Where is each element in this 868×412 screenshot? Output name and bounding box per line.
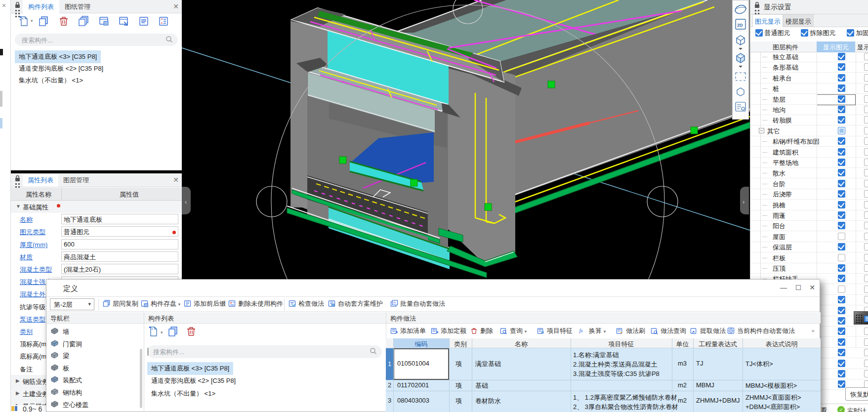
- svg-text:H: H: [730, 329, 732, 332]
- svg-text:✕: ✕: [161, 18, 163, 21]
- svg-text:‹: ‹: [185, 198, 187, 206]
- svg-text:›: ›: [743, 198, 744, 206]
- svg-text:2D: 2D: [737, 23, 743, 28]
- svg-text:H: H: [393, 301, 396, 304]
- svg-text:✕: ✕: [161, 22, 163, 25]
- svg-text:fx: fx: [579, 328, 583, 333]
